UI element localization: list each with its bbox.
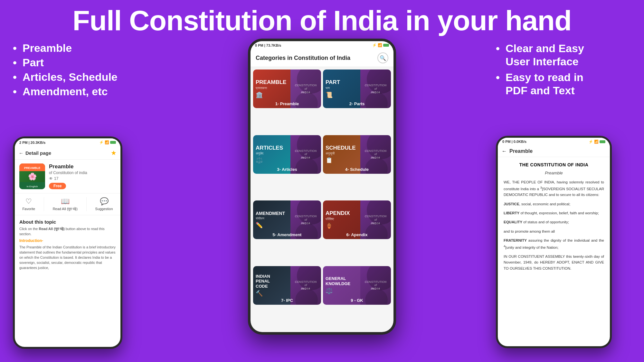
categories-app-bar: Categories in Constitution of India 🔍: [251, 49, 393, 67]
detail-app-bar[interactable]: ← Detail page ★: [15, 146, 120, 160]
right-phone-wrapper: 0 PM | 0.0KB/s ⚡ 📶 ← Preamble: [496, 136, 631, 348]
reader-app-bar[interactable]: ← Preamble: [498, 146, 610, 157]
center-phone-wrapper: 0 PM | 73.7KB/s ⚡ 📶 Categories in Consti…: [248, 39, 396, 335]
preamble-title: Preamble: [49, 163, 116, 170]
reader-back-arrow-icon[interactable]: ←: [502, 148, 507, 154]
about-text: Click on the Read All (पूरा पढ़े) button…: [19, 227, 116, 237]
thumb-bottom: in English: [19, 182, 45, 189]
main-title: Full Constitution of India in your hand: [6, 6, 638, 35]
intro-label: Introduction-: [19, 238, 116, 243]
categories-grid[interactable]: PREAMBLE प्रस्तावना 🏛️ CONSTITUTION of: [251, 67, 393, 332]
apendix-card-title: APENDIX: [326, 210, 358, 217]
parts-number: 2- Parts: [323, 101, 391, 106]
bullet-easy-read: Easy to read inPDF and Text: [496, 71, 631, 97]
search-button[interactable]: 🔍: [377, 52, 388, 63]
articles-card-title: ARTICLES: [256, 145, 288, 151]
detail-phone: 2 PM | 20.3KB/s ⚡ 📶 ← Detail page: [13, 136, 122, 349]
right-battery-icon: [600, 140, 605, 143]
center-status-bar: 0 PM | 73.7KB/s ⚡ 📶: [251, 41, 393, 49]
favorite-label: Favorite: [22, 207, 35, 211]
category-ipc[interactable]: INDIANPENALCODE 🔨 CONSTITUTION of INDIA: [253, 266, 321, 305]
detail-page-title: Detail page: [25, 150, 51, 156]
left-status-time: 2 PM | 20.3KB/s: [19, 141, 45, 144]
about-section: About this topic Click on the Read All (…: [15, 215, 120, 347]
thumb-title-text: PREAMBLE: [24, 166, 41, 170]
favorite-button[interactable]: ♡ Favorite: [22, 197, 35, 211]
reader-preamble-subtitle: Preamble: [504, 171, 604, 175]
preamble-card-title: PREAMBLE: [256, 79, 288, 86]
right-bluetooth-icon: ⚡: [589, 140, 593, 144]
right-column: Clear and EasyUser Interface Easy to rea…: [496, 42, 631, 348]
bullet-articles: Articles, Schedule: [13, 71, 148, 83]
read-all-button[interactable]: 📖 Read All (पूरा पढ़े): [53, 197, 78, 211]
apendix-number: 6- Apendix: [323, 232, 391, 237]
free-badge[interactable]: Free: [49, 183, 66, 189]
center-signal-icon: 📶: [378, 43, 382, 47]
left-bullet-list: Preamble Part Articles, Schedule Amendme…: [13, 42, 148, 98]
ipc-emblem: 🔨: [256, 290, 288, 297]
parts-emblem: 📜: [326, 91, 358, 98]
category-amendment[interactable]: AMENDMENT संशोधन ✏️ CONSTITUTION of: [253, 200, 321, 239]
bullet-clear-easy: Clear and EasyUser Interface: [496, 42, 631, 68]
right-status-time: 0 PM | 0.0KB/s: [502, 140, 526, 144]
gk-number: 9 - GK: [323, 298, 391, 303]
action-buttons: ♡ Favorite 📖 Read All (पूरा पढ़े) 💬 Sugg…: [15, 193, 120, 215]
favorite-star-icon[interactable]: ★: [111, 149, 117, 157]
amendment-card-subtitle: संशोधन: [256, 217, 288, 220]
thumb-english-label: in English: [27, 185, 38, 188]
schedule-card-title: SCHEDULE: [326, 145, 358, 151]
suggestion-button[interactable]: 💬 Suggestion: [95, 197, 113, 211]
reader-para-7: IN OUR CONSTITUENT ASSEMBLY this twenty-…: [504, 254, 604, 271]
category-gk[interactable]: GENERALKNOWLDGE ⚖️ CONSTITUTION of INDIA: [323, 266, 391, 305]
bullet-part: Part: [13, 56, 148, 69]
articles-number: 3- Articles: [253, 167, 321, 172]
category-apendix[interactable]: APENDIX परिशिष्ट 🏺 CONSTITUTION of: [323, 200, 391, 239]
right-bullet-list: Clear and EasyUser Interface Easy to rea…: [496, 42, 631, 97]
bullet-amendment: Amendment, etc: [13, 85, 148, 98]
eye-icon: 👁: [49, 176, 53, 181]
right-status-icons: ⚡ 📶: [589, 140, 605, 144]
divider-1: [44, 197, 44, 211]
reader-phone: 0 PM | 0.0KB/s ⚡ 📶 ← Preamble: [496, 136, 612, 348]
reader-para-1: WE, THE PEOPLE OF INDIA, having solemnly…: [504, 179, 604, 198]
apendix-emblem: 🏺: [326, 222, 358, 229]
gk-emblem: ⚖️: [326, 287, 358, 294]
preamble-info: Preamble of Constitution of india 👁 17 F…: [49, 163, 116, 189]
preamble-views: 👁 17: [49, 176, 116, 181]
back-nav[interactable]: ← Detail page: [19, 150, 51, 156]
chat-icon: 💬: [100, 197, 109, 206]
preamble-number: 1- Preamble: [253, 101, 321, 106]
left-status-icons: ⚡ 📶: [99, 140, 116, 144]
preamble-subtitle: of Constitution of india: [49, 171, 116, 175]
reader-para-2: JUSTICE, social, economic and political;: [504, 201, 604, 207]
category-schedule[interactable]: SCHEDULE अनुसूची 📋 CONSTITUTION of: [323, 135, 391, 174]
thumb-emblem: 🌸: [28, 171, 37, 182]
battery-icon: [110, 141, 116, 144]
read-all-label: Read All (पूरा पढ़े): [53, 207, 78, 211]
parts-card-title: PART: [326, 79, 358, 86]
category-articles[interactable]: ARTICLES अनुछेद ⚖️ CONSTITUTION of: [253, 135, 321, 174]
category-preamble[interactable]: PREAMBLE प्रस्तावना 🏛️ CONSTITUTION of: [253, 70, 321, 108]
categories-phone: 0 PM | 73.7KB/s ⚡ 📶 Categories in Consti…: [248, 39, 396, 335]
categories-title: Categories in Constitution of India: [256, 55, 350, 61]
book-icon: 📖: [61, 197, 70, 206]
center-bluetooth-icon: ⚡: [372, 43, 377, 47]
back-arrow-icon[interactable]: ←: [19, 150, 24, 156]
preamble-emblem: 🏛️: [256, 91, 288, 98]
gk-card-title: GENERALKNOWLDGE: [326, 276, 358, 286]
preamble-card: PREAMBLE 🌸 in English Preamble of Consti…: [15, 160, 120, 193]
right-signal-icon: 📶: [594, 140, 599, 144]
reader-para-5: and to promote among them all: [504, 228, 604, 234]
left-status-bar: 2 PM | 20.3KB/s ⚡ 📶: [15, 138, 120, 146]
reader-para-6: FRATERNITY assuring the dignity of the i…: [504, 237, 604, 250]
ipc-number: 7- IPC: [253, 298, 321, 303]
right-status-bar: 0 PM | 0.0KB/s ⚡ 📶: [498, 138, 610, 146]
reader-title: Preamble: [509, 148, 533, 154]
left-column: Preamble Part Articles, Schedule Amendme…: [13, 42, 148, 349]
category-parts[interactable]: PART भाग 📜 CONSTITUTION of INDIA: [323, 70, 391, 108]
suggestion-label: Suggestion: [95, 207, 113, 211]
signal-icon: 📶: [105, 140, 109, 144]
schedule-card-subtitle: अनुसूची: [326, 152, 358, 155]
articles-card-subtitle: अनुछेद: [256, 152, 288, 155]
left-phone-wrapper: 2 PM | 20.3KB/s ⚡ 📶 ← Detail page: [13, 136, 148, 349]
